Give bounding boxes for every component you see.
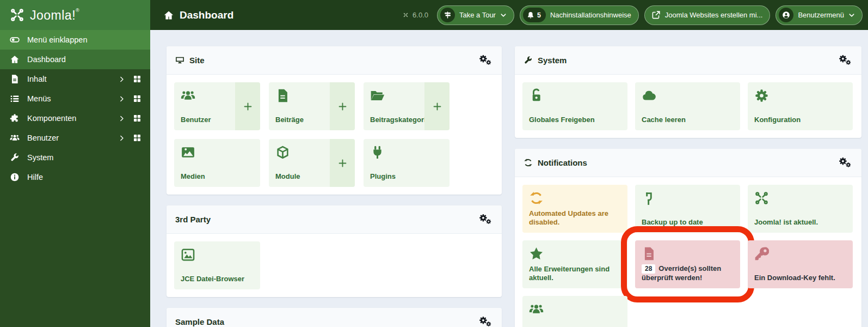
external-link-icon	[651, 10, 661, 20]
image-outline-icon	[181, 247, 195, 262]
card-settings-button[interactable]	[836, 155, 853, 171]
tile-unlabeled[interactable]	[522, 296, 627, 327]
tile-label: Module	[275, 172, 300, 181]
notification-count-capsule: 5	[523, 8, 546, 22]
tile-label: Konfiguration	[754, 116, 801, 124]
tile-label-text: Alle Erweiterungen sind aktuell.	[529, 265, 610, 282]
card-settings-button[interactable]	[477, 314, 493, 327]
sidebar-item-komponenten[interactable]: Komponenten	[0, 108, 150, 128]
tile-beitr-ge[interactable]: Beiträge	[269, 82, 355, 130]
cogs-icon	[478, 316, 492, 327]
tile-content: Globales Freigeben	[522, 82, 627, 130]
tile-beitragskategorien[interactable]: Beitragskategorien	[364, 82, 450, 130]
tile-label-text: Cache leeren	[642, 116, 686, 124]
tile-label-text: Backup up to date	[642, 218, 703, 226]
tile-label-text: Globales Freigeben	[529, 116, 595, 124]
tile-content	[522, 296, 627, 327]
users-icon	[10, 133, 20, 143]
tile-label: Globales Freigeben	[529, 116, 595, 124]
backup-icon	[642, 191, 656, 205]
card-title: Notifications	[538, 158, 587, 167]
tile-module[interactable]: Module	[269, 139, 355, 187]
card-settings-button[interactable]	[477, 53, 493, 68]
home-icon	[10, 55, 20, 64]
page-title: Dashboard	[163, 9, 233, 21]
joomla-logo[interactable]: Joomla!®	[0, 0, 150, 30]
plus-icon	[243, 101, 253, 112]
tile-content: Konfiguration	[748, 82, 853, 130]
tile-label: Cache leeren	[642, 116, 686, 124]
tile-content: Cache leeren	[635, 82, 740, 130]
card-header: Notifications	[515, 149, 861, 177]
tile-override-s-sollten-berpr-ft-werden[interactable]: 28Override(s) sollten überprüft werden!	[635, 240, 740, 288]
tile-plugins[interactable]: Plugins	[364, 139, 450, 187]
plug-icon	[370, 145, 385, 160]
sidebar-item-inhalt[interactable]: Inhalt	[0, 69, 150, 89]
main-content: SiteBenutzerBeiträgeBeitragskategorienMe…	[150, 30, 868, 327]
file-icon	[642, 246, 656, 261]
tile-konfiguration[interactable]: Konfiguration	[748, 82, 853, 130]
chevron-down-icon	[500, 12, 507, 19]
tile-ein-download-key-fehlt[interactable]: Ein Download-Key fehlt.	[748, 240, 853, 288]
card-settings-button[interactable]	[836, 53, 853, 68]
tile-alle-erweiterungen-sind-aktuell[interactable]: Alle Erweiterungen sind aktuell.	[522, 240, 627, 288]
grid-icon[interactable]	[133, 94, 141, 103]
sidebar-item-hilfe[interactable]: Hilfe	[0, 167, 150, 187]
card-header: Site	[167, 46, 502, 75]
tile-label-text: Medien	[181, 172, 205, 180]
left-column: SiteBenutzerBeiträgeBeitragskategorienMe…	[167, 46, 502, 327]
card-sample-data: Sample Data	[167, 308, 502, 327]
topbar-button-joomla-websites-erstellen-mi[interactable]: Joomla Websites erstellen mi...	[644, 5, 771, 25]
cogs-icon	[838, 54, 852, 65]
grid-icon[interactable]	[133, 134, 141, 142]
tile-label-text: Module	[275, 172, 300, 180]
signpost-circle	[440, 8, 455, 22]
tile-label: 28Override(s) sollten überprüft werden!	[642, 264, 734, 282]
tile-medien[interactable]: Medien	[174, 139, 260, 187]
sidebar-item-dashboard[interactable]: Dashboard	[0, 50, 150, 69]
cloud-icon	[642, 88, 656, 103]
tile-label: Ein Download-Key fehlt.	[754, 274, 835, 282]
cogs-icon	[838, 156, 852, 168]
quick-add-button[interactable]	[235, 82, 260, 130]
card-header: Sample Data	[167, 308, 502, 327]
plus-icon	[337, 158, 348, 168]
tile-label: Medien	[181, 172, 205, 181]
tile-automated-updates-are-disabled[interactable]: Automated Updates are disabled.	[522, 185, 627, 233]
quick-add-button[interactable]	[330, 82, 355, 130]
topbar-button-benutzermen[interactable]: Benutzermenü	[775, 5, 863, 25]
tile-label: Joomla! ist aktuell.	[754, 218, 818, 227]
grid-icon[interactable]	[133, 75, 141, 83]
sidebar-item-system[interactable]: System	[0, 148, 150, 167]
card-header: 3rd Party	[167, 205, 502, 234]
topbar-button-label: Joomla Websites erstellen mi...	[665, 11, 763, 19]
sidebar-item-men-s[interactable]: Menüs	[0, 89, 150, 108]
card-title: System	[538, 56, 567, 65]
tile-joomla-ist-aktuell[interactable]: Joomla! ist aktuell.	[748, 185, 853, 233]
topbar-button-take-a-tour[interactable]: Take a Tour	[437, 5, 514, 25]
file-icon	[275, 88, 290, 103]
image-icon	[181, 145, 195, 160]
tile-label: Plugins	[370, 172, 396, 181]
users-icon	[529, 302, 544, 317]
tile-content: JCE Datei-Browser	[174, 241, 260, 289]
bell-icon	[527, 11, 534, 19]
tile-cache-leeren[interactable]: Cache leeren	[635, 82, 740, 130]
grid-icon[interactable]	[133, 114, 141, 123]
sync-icon	[529, 191, 544, 205]
topbar-button-nachinstallationshinweise[interactable]: 5Nachinstallationshinweise	[520, 5, 639, 25]
quick-add-button[interactable]	[424, 82, 450, 130]
tile-globales-freigeben[interactable]: Globales Freigeben	[522, 82, 627, 130]
card-settings-button[interactable]	[477, 212, 493, 227]
sidebar-item-men-einklappen[interactable]: Menü einklappen	[0, 30, 150, 50]
quick-add-button[interactable]	[330, 139, 355, 187]
card-body: Globales FreigebenCache leerenKonfigurat…	[515, 75, 861, 138]
tile-jce-datei-browser[interactable]: JCE Datei-Browser	[174, 241, 260, 289]
tile-content: Medien	[174, 139, 260, 187]
gear-icon	[754, 88, 769, 103]
tile-backup-up-to-date[interactable]: Backup up to date	[635, 185, 740, 233]
tile-benutzer[interactable]: Benutzer	[174, 82, 260, 130]
monitor-icon	[175, 56, 184, 65]
sidebar: Menü einklappenDashboardInhaltMenüsKompo…	[0, 30, 150, 327]
sidebar-item-benutzer[interactable]: Benutzer	[0, 128, 150, 148]
